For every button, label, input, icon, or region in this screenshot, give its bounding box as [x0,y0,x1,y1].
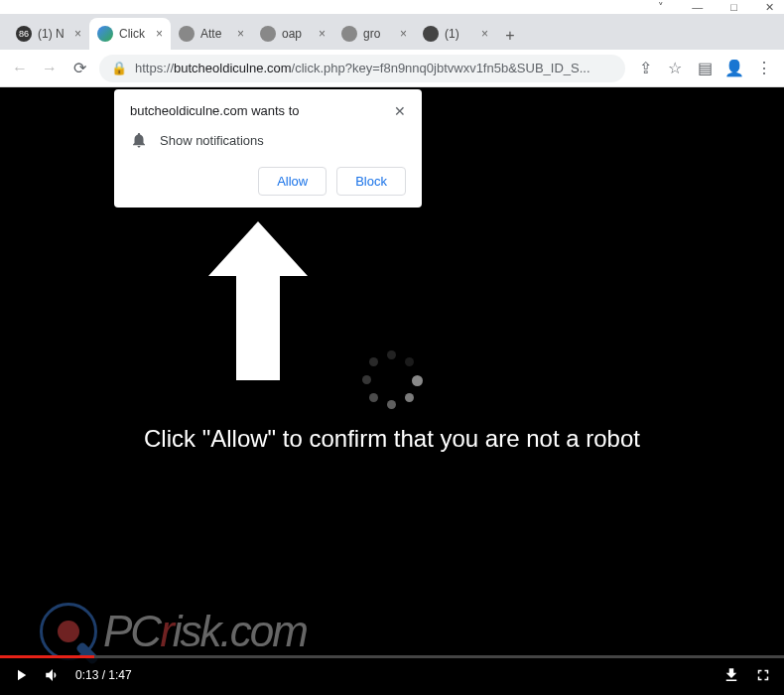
browser-tab[interactable]: Atte× [171,18,252,50]
page-message: Click "Allow" to confirm that you are no… [0,425,784,453]
nav-reload-icon[interactable]: ⟳ [69,59,89,78]
bookmark-icon[interactable]: ☆ [665,59,685,78]
tab-close-icon[interactable]: × [156,27,163,41]
extensions-icon[interactable]: ▤ [695,59,715,78]
menu-icon[interactable]: ⋮ [754,59,774,78]
window-close-icon[interactable]: ✕ [765,1,774,14]
tab-strip: 86(1) N× Click× Atte× oap× gro× (1)× + [0,14,784,50]
url-text: https://butcheoldiculne.com/click.php?ke… [135,61,590,75]
video-progress[interactable] [0,655,784,658]
permission-close-icon[interactable]: ✕ [394,103,406,119]
allow-button[interactable]: Allow [258,167,327,196]
tab-close-icon[interactable]: × [481,27,488,41]
tab-label: Atte [200,27,231,41]
fullscreen-icon[interactable] [754,666,772,684]
tab-close-icon[interactable]: × [319,27,326,41]
tab-close-icon[interactable]: × [74,27,81,41]
omnibox[interactable]: 🔒 https://butcheoldiculne.com/click.php?… [99,55,625,82]
share-icon[interactable]: ⇪ [635,59,655,78]
browser-tab[interactable]: oap× [252,18,333,50]
video-controls: 0:13 / 1:47 [0,655,784,695]
browser-tab[interactable]: (1)× [415,18,496,50]
block-button[interactable]: Block [336,167,406,196]
watermark: PCrisk.com [40,603,307,660]
favicon-icon [179,26,195,42]
lock-icon: 🔒 [111,61,127,75]
tab-close-icon[interactable]: × [237,27,244,41]
favicon-icon [260,26,276,42]
tab-close-icon[interactable]: × [400,27,407,41]
favicon-icon [341,26,357,42]
nav-forward-icon[interactable]: → [40,59,60,78]
browser-tab[interactable]: Click× [89,18,171,50]
video-time: 0:13 / 1:47 [75,668,132,682]
favicon-icon [423,26,439,42]
tab-label: gro [363,27,394,41]
tab-label: oap [282,27,313,41]
permission-popup: butcheoldiculne.com wants to ✕ Show noti… [114,89,422,208]
address-bar: ← → ⟳ 🔒 https://butcheoldiculne.com/clic… [0,50,784,87]
up-arrow-icon [208,221,308,380]
window-maximize-icon[interactable]: □ [730,1,737,13]
loading-spinner-icon [357,346,427,415]
tab-label: (1) N [38,27,68,41]
favicon-icon: 86 [16,26,32,42]
download-icon[interactable] [722,666,740,684]
window-dropdown-icon[interactable]: ˅ [658,1,664,14]
new-tab-button[interactable]: + [496,22,524,50]
favicon-icon [97,26,113,42]
permission-title: butcheoldiculne.com wants to [130,103,300,118]
tab-label: (1) [445,27,475,41]
nav-back-icon[interactable]: ← [10,59,30,78]
window-minimize-icon[interactable]: — [692,1,703,13]
watermark-logo-icon [40,603,97,660]
profile-icon[interactable]: 👤 [724,59,744,78]
permission-line: Show notifications [160,133,264,148]
tab-label: Click [119,27,150,41]
window-titlebar: ˅ — □ ✕ [0,0,784,14]
browser-tab[interactable]: gro× [333,18,415,50]
play-icon[interactable] [12,666,30,684]
bell-icon [130,131,148,149]
browser-tab[interactable]: 86(1) N× [8,18,89,50]
page-content: Click "Allow" to confirm that you are no… [0,87,784,695]
volume-icon[interactable] [44,666,62,684]
watermark-text: PCrisk.com [103,607,307,656]
